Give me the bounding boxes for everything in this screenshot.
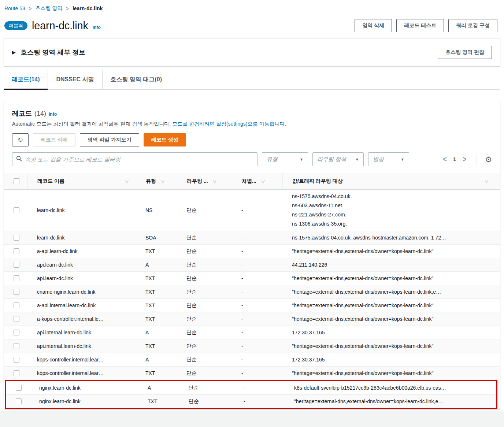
- tab-zone-tags[interactable]: 호스팅 영역 태그(0): [102, 70, 170, 90]
- breadcrumb-hosted-zones-link[interactable]: 호스팅 영역: [35, 5, 62, 12]
- type-filter-dropdown[interactable]: 유형 ▼: [262, 152, 308, 166]
- record-name-cell: api.internal.learn-dc.link: [27, 343, 136, 349]
- query-logging-button[interactable]: 쿼리 로깅 구성: [448, 19, 497, 32]
- row-checkbox[interactable]: [14, 275, 19, 281]
- edit-hosted-zone-button[interactable]: 호스팅 영역 편집: [438, 46, 492, 59]
- row-checkbox[interactable]: [14, 235, 19, 241]
- records-toolbar: ↻ 레코드 삭제 영역 파일 가져오기 레코드 생성: [4, 127, 500, 148]
- routing-policy-cell: 단순: [177, 302, 232, 309]
- routing-policy-cell: 단순: [177, 316, 232, 322]
- import-zone-file-button[interactable]: 영역 파일 가져오기: [80, 133, 139, 146]
- table-row[interactable]: a-kops-controller.internal.le…TXT단순-"her…: [4, 312, 500, 326]
- row-checkbox[interactable]: [16, 398, 22, 404]
- breadcrumb: Route 53 > 호스팅 영역 > learn-dc.link: [0, 0, 504, 12]
- previous-page-button[interactable]: <: [443, 155, 447, 164]
- page: Route 53 > 호스팅 영역 > learn-dc.link 퍼블릭 le…: [0, 0, 504, 411]
- table-row[interactable]: api.learn-dc.linkA단순-44.211.140.226: [4, 258, 500, 271]
- column-header-record-name[interactable]: 레코드 이름▽: [27, 173, 136, 189]
- routing-policy-filter-dropdown[interactable]: 라우팅 정책 ▼: [312, 152, 364, 166]
- test-record-button[interactable]: 레코드 테스트: [396, 19, 444, 32]
- record-type-cell: TXT: [138, 398, 179, 404]
- row-select-cell: [4, 235, 27, 241]
- record-type-cell: TXT: [136, 370, 177, 376]
- column-header-routing[interactable]: 라우팅 ...▽: [177, 173, 232, 189]
- row-checkbox[interactable]: [14, 316, 19, 322]
- row-checkbox[interactable]: [14, 357, 19, 363]
- details-title: 호스팅 영역 세부 정보: [21, 48, 85, 57]
- record-value-cell: "heritage=external-dns,external-dns/owne…: [285, 398, 496, 404]
- record-name-cell: a-kops-controller.internal.le…: [27, 316, 136, 322]
- select-all-checkbox[interactable]: [14, 178, 19, 184]
- chevron-right-icon: >: [66, 5, 69, 12]
- routing-policy-cell: 단순: [177, 248, 232, 255]
- row-select-cell: [4, 330, 27, 335]
- column-header-type[interactable]: 유형▽: [136, 173, 177, 189]
- record-value-cell: 172.30.37.165: [282, 330, 500, 335]
- table-row[interactable]: api.learn-dc.linkTXT단순-"heritage=externa…: [4, 271, 500, 285]
- alias-filter-dropdown[interactable]: 별칭 ▼: [368, 152, 409, 166]
- row-checkbox[interactable]: [14, 343, 19, 349]
- sort-icon[interactable]: ▽: [262, 179, 265, 184]
- record-value-cell: 172.30.37.165: [282, 357, 500, 363]
- table-row[interactable]: api.internal.learn-dc.linkA단순-172.30.37.…: [4, 326, 500, 339]
- record-name-cell: cname-nginx.learn-dc.link: [27, 289, 136, 295]
- row-checkbox[interactable]: [14, 330, 19, 335]
- table-row[interactable]: learn-dc.linkSOA단순-ns-1575.awsdns-04.co.…: [4, 231, 500, 244]
- table-row[interactable]: nginx.learn-dc.linkA단순-k8s-default-svcnl…: [6, 381, 496, 394]
- tab-dnssec[interactable]: DNSSEC 서명: [48, 70, 102, 90]
- row-checkbox[interactable]: [14, 370, 19, 376]
- table-row[interactable]: a-api.learn-dc.linkTXT단순-"heritage=exter…: [4, 244, 500, 258]
- routing-policy-cell: 단순: [177, 207, 232, 214]
- page-number[interactable]: 1: [453, 156, 456, 162]
- settings-link[interactable]: 모드를 변경하려면 설정(settings)으로 이동합니다.: [172, 121, 286, 127]
- differentiator-cell: -: [232, 330, 282, 335]
- row-select-cell: [4, 302, 27, 308]
- create-record-button[interactable]: 레코드 생성: [144, 133, 186, 146]
- delete-record-button[interactable]: 레코드 삭제: [33, 133, 75, 146]
- row-checkbox[interactable]: [14, 262, 19, 268]
- row-checkbox[interactable]: [14, 302, 19, 308]
- tab-records[interactable]: 레코드(14): [4, 70, 48, 90]
- table-row[interactable]: a-api.internal.learn-dc.linkTXT단순-"herit…: [4, 298, 500, 312]
- record-value-cell: "heritage=external-dns,external-dns/owne…: [282, 343, 500, 349]
- table-row[interactable]: api.internal.learn-dc.linkTXT단순-"heritag…: [4, 339, 500, 353]
- table-row[interactable]: nginx.learn-dc.linkTXT단순-"heritage=exter…: [6, 394, 496, 408]
- row-checkbox[interactable]: [14, 248, 19, 254]
- table-row[interactable]: cname-nginx.learn-dc.linkTXT단순-"heritage…: [4, 285, 500, 298]
- details-expander[interactable]: ▶ 호스팅 영역 세부 정보: [12, 48, 85, 57]
- zone-info-link[interactable]: Info: [93, 25, 101, 30]
- record-type-cell: TXT: [136, 289, 177, 295]
- highlight-annotation-box: nginx.learn-dc.linkA단순-k8s-default-svcnl…: [5, 380, 497, 409]
- differentiator-cell: -: [232, 316, 282, 322]
- record-filter-input[interactable]: [25, 156, 253, 163]
- records-panel: 레코드 (14) Info Automatic 모드는 최상의 필터 결과에 최…: [4, 100, 500, 410]
- settings-gear-icon[interactable]: ⚙: [485, 156, 492, 163]
- row-checkbox[interactable]: [14, 289, 19, 295]
- differentiator-cell: -: [232, 370, 282, 376]
- page-background: [0, 411, 504, 414]
- table-row[interactable]: learn-dc.linkNS단순-ns-1575.awsdns-04.co.u…: [4, 190, 500, 231]
- delete-zone-button[interactable]: 영역 삭제: [355, 19, 392, 32]
- sort-icon[interactable]: ▽: [213, 179, 216, 184]
- sort-icon[interactable]: ▽: [485, 179, 488, 184]
- table-row[interactable]: kops-controller.internal.lear…TXT단순-"her…: [4, 366, 500, 380]
- records-info-link[interactable]: Info: [49, 112, 57, 117]
- column-header-differentiator[interactable]: 차별...▽: [232, 173, 282, 189]
- sort-icon[interactable]: ▽: [161, 179, 164, 184]
- record-name-cell: kops-controller.internal.lear…: [27, 370, 136, 376]
- refresh-button[interactable]: ↻: [12, 133, 29, 146]
- row-checkbox[interactable]: [16, 385, 22, 391]
- table-row[interactable]: kops-controller.internal.lear…A단순-172.30…: [4, 353, 500, 366]
- column-header-value[interactable]: 값/트래픽 라우팅 대상▽: [282, 173, 500, 189]
- chevron-down-icon: ▼: [355, 157, 359, 161]
- caret-right-icon: ▶: [12, 50, 15, 55]
- divider: [477, 154, 477, 165]
- record-name-cell: api.learn-dc.link: [27, 262, 136, 268]
- next-page-button[interactable]: >: [463, 155, 466, 164]
- sort-icon[interactable]: ▽: [125, 179, 129, 184]
- record-filter-searchbox[interactable]: [12, 152, 257, 166]
- row-checkbox[interactable]: [14, 207, 19, 213]
- breadcrumb-route53-link[interactable]: Route 53: [4, 5, 25, 11]
- record-value-cell: "heritage=external-dns,external-dns/owne…: [282, 316, 500, 322]
- records-title: 레코드: [12, 109, 32, 118]
